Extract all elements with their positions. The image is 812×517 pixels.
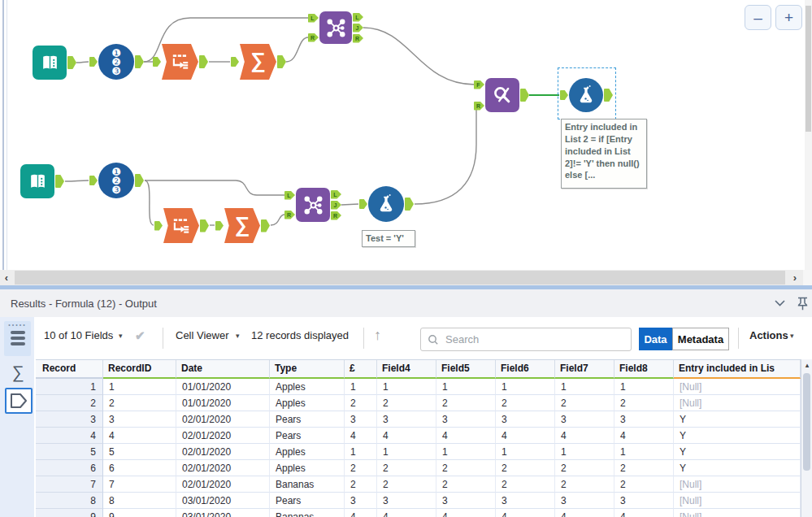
cell-field6: 2: [496, 395, 555, 411]
transpose-icon: [170, 51, 191, 72]
zoom-out-button[interactable]: –: [745, 5, 771, 30]
tool-record-id-2[interactable]: ❶❷❸: [98, 163, 134, 198]
tool-record-id-1[interactable]: ❶❷❸: [98, 44, 134, 80]
cell-field5: 2: [436, 395, 496, 411]
cell-field4: 3: [377, 493, 436, 509]
search-input[interactable]: [444, 332, 631, 346]
actions-dropdown[interactable]: Actions: [749, 329, 788, 341]
input-anchor-button[interactable]: ∑: [5, 360, 31, 384]
scrollbar-thumb[interactable]: [803, 373, 810, 471]
cell-type: Apples: [270, 444, 345, 460]
output-anchor-icon: [8, 391, 29, 411]
layout-bar-icon: [11, 337, 25, 340]
tab-data[interactable]: Data: [639, 328, 672, 350]
table-row[interactable]: 5502/01/2020Apples111111Y: [36, 444, 801, 460]
cell-record: 7: [36, 476, 103, 493]
tool-join-2[interactable]: [296, 188, 330, 222]
tool-summarize-1[interactable]: ∑: [240, 44, 276, 80]
table-row[interactable]: 6602/01/2020Apples222222Y: [36, 460, 801, 476]
connection-wire: [341, 204, 358, 205]
tool-formula-test[interactable]: [368, 186, 404, 222]
output-anchor-button-selected[interactable]: [5, 388, 33, 414]
apply-check-icon[interactable]: ✔: [135, 328, 145, 343]
caret-down-icon[interactable]: ▾: [119, 332, 123, 340]
table-row[interactable]: 7702/01/2020Bananas222222[Null]: [36, 476, 801, 493]
column-header-field6[interactable]: Field6: [496, 360, 555, 379]
cell-recordid: 8: [103, 493, 176, 509]
pin-icon[interactable]: [795, 296, 810, 311]
table-header-row: RecordRecordIDDateType£Field4Field5Field…: [36, 359, 801, 379]
tool-formula-output[interactable]: [569, 78, 603, 112]
column-header-date[interactable]: Date: [176, 360, 270, 379]
cell-type: Apples: [270, 460, 345, 476]
table-row[interactable]: 9903/01/2020Bananas444444[Null]: [36, 509, 801, 517]
table-row[interactable]: 1101/01/2020Apples111111[Null]: [36, 379, 801, 395]
cell-record: 3: [36, 411, 103, 428]
column-header-recordid[interactable]: RecordID: [103, 360, 176, 379]
workflow-canvas[interactable]: ❶❷❸∑LRLJRFR❶❷❸∑LRLJR Entry included in L…: [0, 0, 812, 270]
results-left-rail: ••••• ∑: [0, 317, 36, 517]
table-vertical-scrollbar[interactable]: ▴: [801, 359, 812, 517]
results-table[interactable]: RecordRecordIDDateType£Field4Field5Field…: [36, 359, 801, 517]
tool-input-data-1[interactable]: [33, 46, 67, 80]
cell-recordid: 4: [103, 428, 176, 444]
tool-summarize-2[interactable]: ∑: [224, 208, 260, 243]
tool-transpose-2[interactable]: [163, 208, 199, 243]
cell-entry: [Null]: [674, 509, 801, 517]
column-header-pound[interactable]: £: [345, 360, 377, 379]
column-header-field7[interactable]: Field7: [555, 360, 614, 379]
cell-viewer-dropdown[interactable]: Cell Viewer: [176, 329, 229, 341]
caret-down-icon[interactable]: ▾: [236, 332, 240, 340]
table-row[interactable]: 8803/01/2020Pears333333[Null]: [36, 493, 801, 509]
cell-field7: 2: [555, 460, 614, 476]
flask-icon: [575, 84, 597, 106]
column-header-type[interactable]: Type: [270, 360, 345, 379]
column-header-field4[interactable]: Field4: [377, 360, 436, 379]
toolbar-separator: [363, 328, 364, 349]
tool-input-data-2[interactable]: [20, 164, 54, 198]
table-row[interactable]: 3302/01/2020Pears333333Y: [36, 411, 801, 428]
connection-wire: [286, 37, 308, 62]
cell-entry: Y: [674, 444, 801, 460]
up-arrow-icon[interactable]: ↑: [374, 327, 381, 344]
cell-field5: 4: [436, 428, 496, 444]
fields-dropdown[interactable]: 10 of 10 Fields: [44, 329, 113, 341]
search-box[interactable]: [420, 328, 632, 351]
table-row[interactable]: 4402/01/2020Pears444444Y: [36, 428, 801, 444]
tool-join-1[interactable]: [319, 11, 352, 44]
caret-down-icon[interactable]: ▾: [790, 332, 794, 340]
cell-record: 4: [36, 428, 103, 444]
annotation-test[interactable]: Test = 'Y': [362, 230, 415, 247]
scrollbar-thumb[interactable]: [805, 6, 811, 132]
scrollbar-thumb[interactable]: [15, 271, 785, 285]
scroll-right-arrow[interactable]: ›: [788, 270, 801, 285]
tool-transpose-1[interactable]: [162, 44, 198, 80]
cell-recordid: 2: [103, 395, 176, 411]
cell-pound: 4: [345, 428, 377, 444]
cell-field4: 2: [377, 395, 436, 411]
tab-metadata[interactable]: Metadata: [672, 328, 729, 350]
canvas-vertical-scrollbar[interactable]: [805, 0, 812, 270]
cell-field4: 2: [377, 460, 436, 476]
column-header-record[interactable]: Record: [36, 360, 103, 379]
annotation-formula-output[interactable]: Entry included in List 2 = if [Entry inc…: [561, 119, 647, 189]
column-header-field8[interactable]: Field8: [614, 360, 674, 379]
config-layout-button[interactable]: •••••: [4, 321, 31, 356]
column-header-field5[interactable]: Field5: [436, 360, 496, 379]
table-row[interactable]: 2201/01/2020Apples222222[Null]: [36, 395, 801, 411]
column-header-entry[interactable]: Entry included in Lis: [674, 360, 801, 379]
cell-pound: 4: [345, 509, 377, 517]
scroll-up-arrow[interactable]: ▴: [801, 361, 812, 369]
cell-entry: [Null]: [674, 476, 801, 493]
connection-wire: [363, 28, 475, 85]
cell-field5: 2: [436, 476, 496, 493]
scroll-left-arrow[interactable]: ‹: [0, 270, 13, 285]
cell-field8: 1: [614, 379, 674, 395]
cell-recordid: 1: [103, 379, 176, 395]
tool-find-replace-1[interactable]: [485, 78, 519, 112]
canvas-horizontal-scrollbar[interactable]: ‹ ›: [0, 270, 812, 285]
collapse-chevron-icon[interactable]: [772, 296, 787, 311]
find-replace-icon: [491, 84, 515, 107]
cell-pound: 1: [345, 379, 377, 395]
zoom-in-button[interactable]: +: [775, 5, 802, 30]
